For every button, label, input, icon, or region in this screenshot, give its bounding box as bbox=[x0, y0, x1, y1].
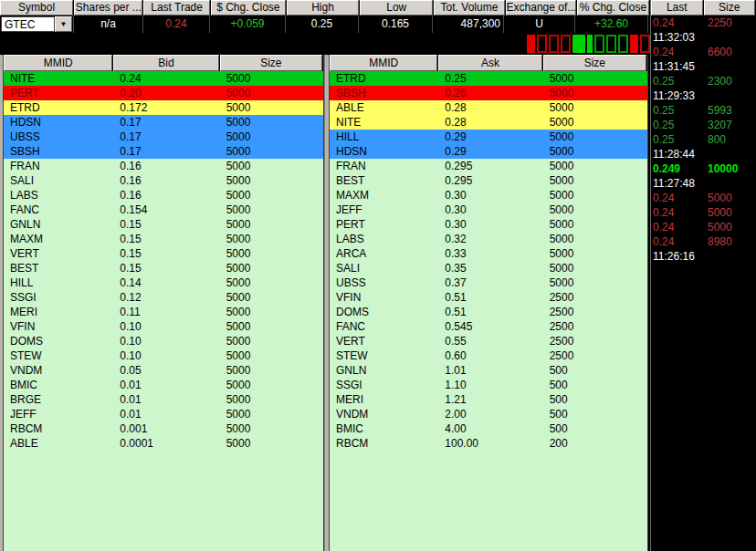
bid-row-fran[interactable]: FRAN0.165000 bbox=[4, 159, 323, 173]
bid-price-cell: 0.15 bbox=[113, 261, 219, 276]
bid-row-rbcm[interactable]: RBCM0.0015000 bbox=[4, 421, 323, 436]
column-header-chg-close[interactable]: % Chg. Close bbox=[577, 0, 649, 16]
column-header-last-trade[interactable]: Last Trade bbox=[143, 0, 209, 16]
ask-row-stew[interactable]: STEW0.602500 bbox=[330, 348, 647, 363]
ask-price-cell: 0.30 bbox=[438, 203, 542, 217]
ask-size-cell: 5000 bbox=[543, 86, 647, 100]
bid-row-hdsn[interactable]: HDSN0.175000 bbox=[4, 115, 323, 130]
ask-size-cell: 5000 bbox=[543, 188, 647, 203]
bid-row-hill[interactable]: HILL0.145000 bbox=[4, 276, 323, 290]
trade-price: 0.25 bbox=[651, 103, 704, 118]
ask-row-etrd[interactable]: ETRD0.255000 bbox=[330, 71, 647, 86]
ask-row-vfin[interactable]: VFIN0.512500 bbox=[330, 290, 647, 305]
ts-column-header-size[interactable]: Size bbox=[704, 0, 756, 16]
ask-row-fran[interactable]: FRAN0.2955000 bbox=[330, 159, 647, 173]
column-header-shares-per[interactable]: Shares per ... bbox=[74, 0, 142, 16]
bid-row-meri[interactable]: MERI0.115000 bbox=[4, 305, 323, 319]
ask-mmid-cell: ABLE bbox=[330, 100, 438, 115]
ask-row-fanc[interactable]: FANC0.5452500 bbox=[330, 319, 647, 334]
bid-row-best[interactable]: BEST0.155000 bbox=[4, 261, 323, 276]
ask-size-cell: 500 bbox=[543, 363, 647, 378]
ask-row-best[interactable]: BEST0.2955000 bbox=[330, 173, 647, 188]
ask-row-pert[interactable]: PERT0.305000 bbox=[330, 217, 647, 232]
ask-row-maxm[interactable]: MAXM0.305000 bbox=[330, 188, 647, 203]
bid-row-ssgi[interactable]: SSGI0.125000 bbox=[4, 290, 323, 305]
ask-column-header-size[interactable]: Size bbox=[543, 55, 646, 71]
ask-row-gnln[interactable]: GNLN1.01500 bbox=[330, 363, 647, 378]
bid-row-fanc[interactable]: FANC0.1545000 bbox=[4, 203, 323, 217]
bid-row-bmic[interactable]: BMIC0.015000 bbox=[4, 378, 323, 392]
column-header-symbol[interactable]: Symbol bbox=[0, 0, 73, 16]
bid-row-sbsh[interactable]: SBSH0.175000 bbox=[4, 144, 323, 159]
ask-column-header-mmid[interactable]: MMID bbox=[330, 55, 437, 71]
trade-price: 0.24 bbox=[651, 234, 704, 249]
ask-row-hdsn[interactable]: HDSN0.295000 bbox=[330, 144, 647, 159]
tick-strip-row bbox=[0, 33, 650, 55]
column-header-tot-volume[interactable]: Tot. Volume bbox=[434, 0, 504, 16]
ask-price-cell: 0.29 bbox=[438, 144, 542, 159]
ask-row-able[interactable]: ABLE0.285000 bbox=[330, 100, 647, 115]
tick-block-green-7 bbox=[594, 35, 604, 53]
ask-row-hill[interactable]: HILL0.295000 bbox=[330, 130, 647, 144]
bid-row-doms[interactable]: DOMS0.105000 bbox=[4, 334, 323, 348]
bid-size-cell: 5000 bbox=[220, 421, 323, 436]
column-header-low[interactable]: Low bbox=[360, 0, 433, 16]
symbol-dropdown-button[interactable]: ▼ bbox=[55, 16, 72, 32]
ask-row-meri[interactable]: MERI1.21500 bbox=[330, 392, 647, 407]
ask-row-arca[interactable]: ARCA0.335000 bbox=[330, 246, 647, 261]
ask-mmid-cell: LABS bbox=[330, 232, 438, 246]
ask-row-jeff[interactable]: JEFF0.305000 bbox=[330, 203, 647, 217]
bid-row-etrd[interactable]: ETRD0.1725000 bbox=[4, 100, 323, 115]
ask-row-ssgi[interactable]: SSGI1.10500 bbox=[330, 378, 647, 392]
bid-row-pert[interactable]: PERT0.205000 bbox=[4, 86, 323, 100]
symbol-input[interactable]: GTEC bbox=[1, 16, 55, 32]
symbol-combo[interactable]: GTEC▼ bbox=[0, 16, 74, 33]
bid-mmid-cell: BMIC bbox=[4, 378, 113, 392]
bid-row-nite[interactable]: NITE0.245000 bbox=[4, 71, 323, 86]
bid-row-vfin[interactable]: VFIN0.105000 bbox=[4, 319, 323, 334]
bid-row-ubss[interactable]: UBSS0.175000 bbox=[4, 130, 323, 144]
ask-row-rbcm[interactable]: RBCM100.00200 bbox=[330, 436, 647, 451]
column-header-exchange-of[interactable]: Exchange of... bbox=[506, 0, 576, 16]
bid-mmid-cell: VFIN bbox=[4, 319, 113, 334]
column-header-chg-close[interactable]: $ Chg. Close bbox=[211, 0, 286, 16]
bid-row-brge[interactable]: BRGE0.015000 bbox=[4, 392, 323, 407]
ask-column-header-ask[interactable]: Ask bbox=[438, 55, 541, 71]
bid-size-cell: 5000 bbox=[220, 290, 323, 305]
value-chg-close: +32.60 bbox=[575, 16, 648, 33]
bid-row-vndm[interactable]: VNDM0.055000 bbox=[4, 363, 323, 378]
bid-row-vert[interactable]: VERT0.155000 bbox=[4, 246, 323, 261]
bid-row-gnln[interactable]: GNLN0.155000 bbox=[4, 217, 323, 232]
bid-column-header-size[interactable]: Size bbox=[220, 55, 322, 71]
value-shares-per: n/a bbox=[74, 16, 143, 33]
ask-row-vert[interactable]: VERT0.552500 bbox=[330, 334, 647, 348]
ask-row-nite[interactable]: NITE0.285000 bbox=[330, 115, 647, 130]
ask-row-sali[interactable]: SALI0.355000 bbox=[330, 261, 647, 276]
ask-size-cell: 5000 bbox=[543, 100, 647, 115]
ask-price-cell: 2.00 bbox=[438, 407, 542, 421]
bid-row-stew[interactable]: STEW0.105000 bbox=[4, 348, 323, 363]
bid-row-jeff[interactable]: JEFF0.015000 bbox=[4, 407, 323, 421]
ask-row-ubss[interactable]: UBSS0.375000 bbox=[330, 276, 647, 290]
bid-row-maxm[interactable]: MAXM0.155000 bbox=[4, 232, 323, 246]
bid-row-able[interactable]: ABLE0.00015000 bbox=[4, 436, 323, 451]
bid-row-sali[interactable]: SALI0.165000 bbox=[4, 173, 323, 188]
ask-row-labs[interactable]: LABS0.325000 bbox=[330, 232, 647, 246]
bid-column-header-mmid[interactable]: MMID bbox=[4, 55, 112, 71]
ask-row-sbsh[interactable]: SBSH0.265000 bbox=[330, 86, 647, 100]
trade-price: 0.24 bbox=[651, 220, 704, 234]
ask-mmid-cell: SSGI bbox=[330, 378, 438, 392]
bid-row-labs[interactable]: LABS0.165000 bbox=[4, 188, 323, 203]
bid-mmid-cell: UBSS bbox=[4, 130, 113, 144]
bid-size-cell: 5000 bbox=[220, 232, 323, 246]
ask-row-vndm[interactable]: VNDM2.00500 bbox=[330, 407, 647, 421]
ask-row-doms[interactable]: DOMS0.512500 bbox=[330, 305, 647, 319]
bid-size-cell: 5000 bbox=[220, 144, 323, 159]
ask-mmid-cell: ETRD bbox=[330, 71, 438, 86]
ask-size-cell: 5000 bbox=[543, 261, 647, 276]
ts-column-header-last[interactable]: Last bbox=[651, 0, 703, 16]
ask-row-bmic[interactable]: BMIC4.00500 bbox=[330, 421, 647, 436]
column-header-high[interactable]: High bbox=[287, 0, 359, 16]
bid-column-header-bid[interactable]: Bid bbox=[113, 55, 218, 71]
bid-size-cell: 5000 bbox=[220, 348, 323, 363]
